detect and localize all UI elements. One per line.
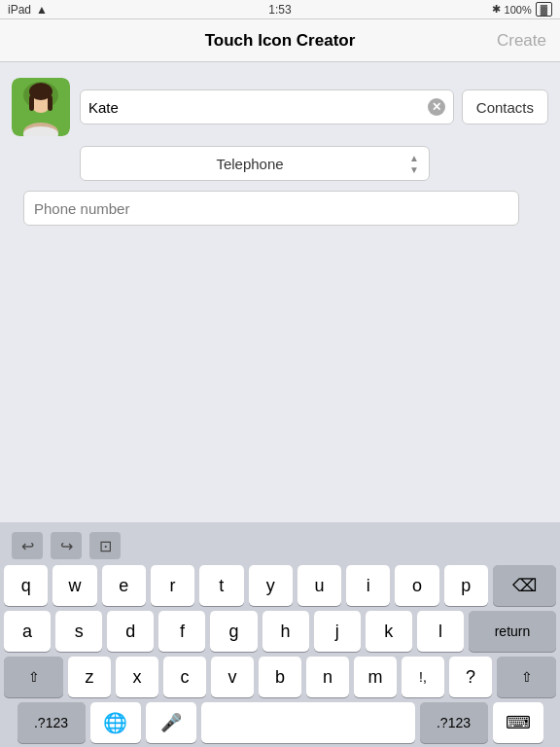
name-field-wrapper: ✕ [80,89,454,124]
redo-button[interactable]: ↪ [51,532,82,559]
key-j[interactable]: j [314,611,361,652]
key-c[interactable]: c [163,657,206,697]
undo-button[interactable]: ↩ [12,532,43,559]
space-key[interactable] [201,702,415,743]
key-s[interactable]: s [55,611,102,652]
carrier-label: iPad [8,3,31,17]
key-g[interactable]: g [210,611,257,652]
key-o[interactable]: o [395,565,438,606]
battery-icon: ▓ [536,2,552,17]
keyboard-area: ↩ ↪ ⊡ q w e r t y u i o p ⌫ a s d f [0,522,560,747]
telephone-picker[interactable]: Telephone ▲ ▼ [80,146,430,181]
key-v[interactable]: v [211,657,254,697]
key-u[interactable]: u [298,565,341,606]
redo-icon: ↪ [60,537,73,555]
key-m[interactable]: m [354,657,397,697]
name-input-row: ✕ Contacts [80,89,548,124]
key-r[interactable]: r [151,565,194,606]
status-bar: iPad ▲ 1:53 ✱ 100% ▓ [0,0,560,19]
nav-title: Touch Icon Creator [205,31,356,51]
status-right: ✱ 100% ▓ [492,2,552,17]
keyboard-row-1: q w e r t y u i o p ⌫ [4,565,556,606]
key-exclaim-comma[interactable]: !, [402,657,444,697]
contact-row: ✕ Contacts [12,78,548,136]
num-left-key[interactable]: .?123 [18,702,86,743]
svg-rect-4 [29,95,34,111]
keyboard-dismiss-key[interactable]: ⌨ [493,702,543,743]
shift-right-key[interactable]: ⇧ [497,657,556,697]
key-h[interactable]: h [262,611,309,652]
keyboard-row-3: ⇧ z x c v b n m !, ? ⇧ [4,657,556,697]
return-key[interactable]: return [469,611,556,652]
key-i[interactable]: i [346,565,390,606]
picker-arrows: ▲ ▼ [409,153,419,175]
wifi-icon: ▲ [36,3,48,17]
keyboard-row-2: a s d f g h j k l return [4,611,556,652]
telephone-label: Telephone [90,156,409,172]
keyboard-rows: q w e r t y u i o p ⌫ a s d f g h j k l … [4,565,556,743]
key-a[interactable]: a [4,611,51,652]
key-p[interactable]: p [444,565,488,606]
key-d[interactable]: d [107,611,154,652]
shift-left-key[interactable]: ⇧ [4,657,63,697]
key-x[interactable]: x [116,657,158,697]
status-time: 1:53 [268,3,291,17]
status-left: iPad ▲ [8,3,48,17]
svg-rect-5 [48,95,52,111]
nav-bar: Touch Icon Creator Create [0,19,560,62]
picker-down-arrow: ▼ [409,164,419,175]
key-l[interactable]: l [417,611,464,652]
avatar-image [12,78,70,136]
key-e[interactable]: e [102,565,146,606]
key-question[interactable]: ? [449,657,492,697]
key-t[interactable]: t [199,565,243,606]
key-n[interactable]: n [306,657,349,697]
content-area: ✕ Contacts Telephone ▲ ▼ [0,62,560,241]
clear-button[interactable]: ✕ [428,98,445,116]
bluetooth-icon: ✱ [492,3,501,16]
key-y[interactable]: y [249,565,293,606]
backspace-key[interactable]: ⌫ [493,565,556,606]
clear-icon: ✕ [432,101,441,113]
keyboard-row-4: .?123 🌐 🎤 .?123 ⌨ [4,702,556,743]
num-right-key[interactable]: .?123 [420,702,488,743]
paste-icon: ⊡ [99,537,112,555]
mic-key[interactable]: 🎤 [146,702,196,743]
phone-input[interactable] [23,191,519,226]
paste-button[interactable]: ⊡ [89,532,121,559]
picker-up-arrow: ▲ [409,153,419,163]
contacts-button[interactable]: Contacts [462,89,548,124]
key-z[interactable]: z [68,657,111,697]
undo-icon: ↩ [21,537,34,555]
key-b[interactable]: b [259,657,301,697]
battery-label: 100% [505,4,532,16]
globe-key[interactable]: 🌐 [90,702,141,743]
key-f[interactable]: f [158,611,205,652]
name-input[interactable] [88,99,428,116]
key-w[interactable]: w [52,565,96,606]
key-k[interactable]: k [366,611,412,652]
key-q[interactable]: q [4,565,48,606]
keyboard-toolbar: ↩ ↪ ⊡ [4,528,556,565]
telephone-row: Telephone ▲ ▼ [80,146,548,181]
phone-row [23,191,548,226]
create-button[interactable]: Create [497,31,546,51]
avatar [12,78,70,136]
